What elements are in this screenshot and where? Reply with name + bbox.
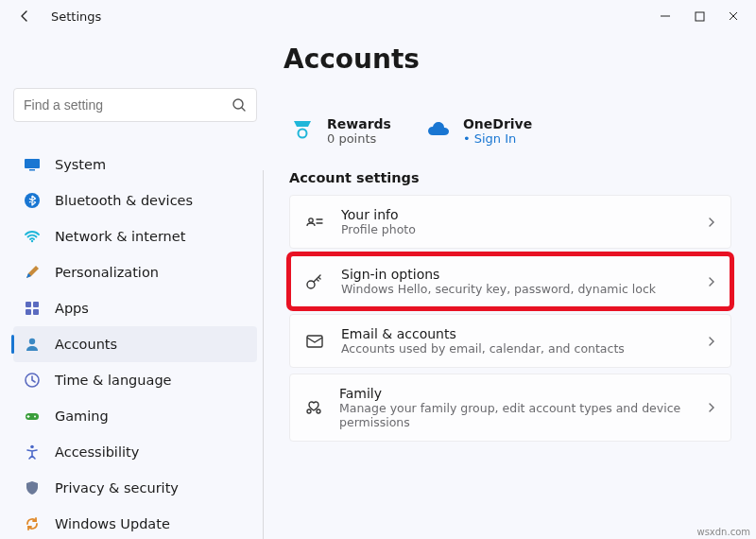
person-icon xyxy=(23,335,42,354)
sidebar-item-time-language[interactable]: Time & language xyxy=(13,362,257,398)
app-title: Settings xyxy=(51,9,101,24)
chevron-right-icon xyxy=(706,217,717,228)
sidebar-item-label: Windows Update xyxy=(55,516,170,531)
sidebar-item-privacy[interactable]: Privacy & security xyxy=(13,470,257,506)
sidebar-item-label: Accounts xyxy=(55,337,117,352)
svg-rect-9 xyxy=(33,309,39,315)
sidebar-divider xyxy=(263,170,264,539)
family-icon xyxy=(303,396,324,419)
svg-rect-7 xyxy=(33,302,39,307)
svg-point-15 xyxy=(299,130,307,138)
sidebar-item-label: System xyxy=(55,157,106,172)
search-icon xyxy=(232,97,247,113)
sidebar-item-label: Gaming xyxy=(55,409,109,424)
arrow-left-icon xyxy=(17,9,32,24)
svg-point-19 xyxy=(307,409,311,413)
svg-rect-8 xyxy=(26,309,31,315)
svg-rect-3 xyxy=(29,169,35,171)
mail-icon xyxy=(303,330,326,353)
apps-icon xyxy=(23,299,42,318)
card-subtitle: Manage your family group, edit account t… xyxy=(339,401,706,429)
close-button[interactable] xyxy=(716,3,750,29)
section-heading: Account settings xyxy=(289,170,731,185)
sidebar-item-bluetooth[interactable]: Bluetooth & devices xyxy=(13,183,257,218)
sidebar-item-personalization[interactable]: Personalization xyxy=(13,254,257,290)
card-subtitle: Accounts used by email, calendar, and co… xyxy=(341,341,625,356)
card-subtitle: Profile photo xyxy=(341,222,416,236)
svg-point-5 xyxy=(31,240,33,242)
sidebar-nav: System Bluetooth & devices Network & int… xyxy=(13,147,257,532)
clock-icon xyxy=(23,371,42,390)
id-card-icon xyxy=(303,211,326,234)
system-icon xyxy=(23,155,42,174)
svg-point-10 xyxy=(29,339,35,344)
gamepad-icon xyxy=(23,407,42,426)
card-title: Family xyxy=(339,386,706,401)
sidebar-item-label: Bluetooth & devices xyxy=(55,193,193,208)
svg-point-20 xyxy=(317,409,320,413)
svg-rect-0 xyxy=(696,12,704,21)
close-icon xyxy=(728,10,739,22)
sidebar-item-label: Personalization xyxy=(55,265,159,280)
minimize-button[interactable] xyxy=(648,3,682,29)
back-button[interactable] xyxy=(11,3,38,29)
card-sign-in-options[interactable]: Sign-in options Windows Hello, security … xyxy=(289,254,731,308)
sidebar-item-accounts[interactable]: Accounts xyxy=(13,326,257,362)
status-title: Rewards xyxy=(327,116,391,131)
status-onedrive[interactable]: OneDrive • Sign In xyxy=(425,116,532,146)
minimize-icon xyxy=(660,10,671,22)
svg-rect-2 xyxy=(25,159,40,168)
svg-point-1 xyxy=(233,99,243,109)
card-family[interactable]: Family Manage your family group, edit ac… xyxy=(289,374,731,442)
card-title: Sign-in options xyxy=(341,267,656,282)
sidebar-item-network[interactable]: Network & internet xyxy=(13,218,257,254)
bluetooth-icon xyxy=(23,191,42,210)
card-subtitle: Windows Hello, security key, password, d… xyxy=(341,282,656,296)
svg-rect-18 xyxy=(307,336,322,347)
rewards-icon xyxy=(289,116,316,143)
sidebar-item-label: Apps xyxy=(55,301,89,316)
attribution: wsxdn.com xyxy=(696,527,750,537)
status-subtitle: 0 points xyxy=(327,131,391,146)
svg-point-16 xyxy=(309,217,313,221)
sidebar-item-windows-update[interactable]: Windows Update xyxy=(13,506,257,532)
svg-rect-6 xyxy=(26,302,31,307)
card-email-accounts[interactable]: Email & accounts Accounts used by email,… xyxy=(289,314,731,368)
update-icon xyxy=(23,514,42,532)
sidebar-item-apps[interactable]: Apps xyxy=(13,290,257,326)
maximize-icon xyxy=(695,11,705,22)
wifi-icon xyxy=(23,227,42,246)
status-row: Rewards 0 points OneDrive • Sign In xyxy=(289,116,731,146)
svg-point-13 xyxy=(34,416,36,418)
maximize-button[interactable] xyxy=(682,3,716,29)
card-title: Your info xyxy=(341,207,416,222)
search-input[interactable] xyxy=(24,97,232,113)
sidebar: System Bluetooth & devices Network & int… xyxy=(0,88,266,532)
card-your-info[interactable]: Your info Profile photo xyxy=(289,195,731,249)
onedrive-icon xyxy=(425,116,452,143)
status-rewards[interactable]: Rewards 0 points xyxy=(289,116,391,146)
chevron-right-icon xyxy=(706,336,717,347)
main-content: Rewards 0 points OneDrive • Sign In Acco… xyxy=(266,88,756,532)
card-title: Email & accounts xyxy=(341,326,625,341)
sidebar-item-label: Time & language xyxy=(55,373,172,388)
page-title: Accounts xyxy=(284,43,756,75)
sidebar-item-label: Accessibility xyxy=(55,444,139,460)
status-subtitle: • Sign In xyxy=(463,131,532,146)
sidebar-item-accessibility[interactable]: Accessibility xyxy=(13,434,257,470)
accessibility-icon xyxy=(23,443,42,461)
sidebar-item-system[interactable]: System xyxy=(13,147,257,183)
settings-list: Your info Profile photo Sign-in options … xyxy=(289,195,731,442)
titlebar: Settings xyxy=(0,0,756,32)
shield-icon xyxy=(23,478,42,497)
status-title: OneDrive xyxy=(463,116,532,131)
chevron-right-icon xyxy=(706,402,717,413)
chevron-right-icon xyxy=(706,276,717,287)
key-icon xyxy=(303,270,326,293)
svg-point-14 xyxy=(30,445,34,449)
paintbrush-icon xyxy=(23,263,42,282)
sidebar-item-label: Network & internet xyxy=(55,229,185,244)
search-box[interactable] xyxy=(13,88,257,122)
sidebar-item-label: Privacy & security xyxy=(55,480,179,496)
sidebar-item-gaming[interactable]: Gaming xyxy=(13,398,257,434)
